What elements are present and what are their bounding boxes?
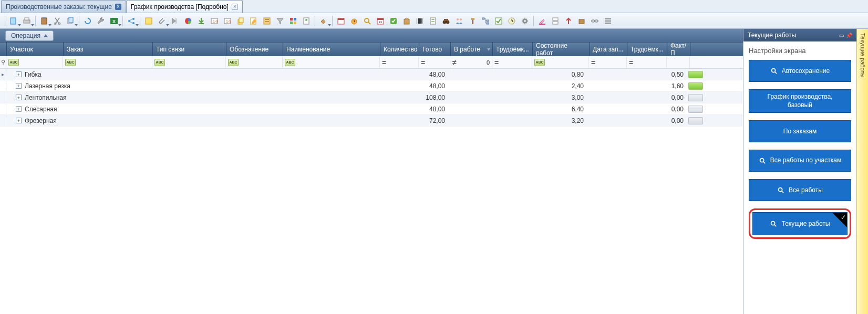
doc-icon[interactable] <box>300 15 313 27</box>
attach-icon[interactable] <box>156 15 168 27</box>
excel-icon[interactable]: X <box>108 15 120 27</box>
pie-chart-icon[interactable] <box>182 15 194 27</box>
edit-icon[interactable] <box>247 15 260 27</box>
qty-cell: 72,00 <box>417 117 449 124</box>
group-row[interactable]: +Слесарная48,006,400,00 <box>0 103 743 115</box>
tree-icon[interactable] <box>479 15 492 27</box>
filter-naim[interactable]: ABC <box>283 56 380 68</box>
barcode-icon[interactable] <box>414 15 426 27</box>
search-icon[interactable] <box>361 15 374 27</box>
download-icon[interactable] <box>195 15 208 27</box>
list-icon[interactable] <box>602 15 614 27</box>
highlight-icon[interactable] <box>536 15 549 27</box>
group-row[interactable]: +Лазерная резка48,002,401,60 <box>0 80 743 92</box>
link-icon[interactable] <box>588 15 601 27</box>
num2-icon[interactable]: 1-9 <box>221 15 234 27</box>
calendar-icon[interactable] <box>335 15 347 27</box>
categories-icon[interactable] <box>287 15 299 27</box>
tool-icon[interactable] <box>317 15 330 27</box>
col-oboznachenie[interactable]: Обозначение <box>226 43 283 56</box>
col-gotovo[interactable]: Готово <box>419 43 451 56</box>
col-kolichestvo[interactable]: Количество <box>380 43 419 56</box>
group-row[interactable]: +Фрезерная72,003,200,00 <box>0 115 743 127</box>
filter-gotovo[interactable]: = <box>419 56 450 68</box>
expand-icon[interactable]: + <box>16 83 22 89</box>
filter-icon[interactable] <box>274 15 286 27</box>
page-break-icon[interactable] <box>549 15 562 27</box>
expand-icon[interactable]: + <box>16 106 22 112</box>
tab-production-schedule[interactable]: График производства [Подробно] × <box>126 0 243 13</box>
col-trudoemk2[interactable]: Трудоёмк... <box>627 43 667 56</box>
arrow-up-icon[interactable] <box>562 15 575 27</box>
package-icon[interactable] <box>400 15 413 27</box>
tab-production-orders[interactable]: Производственные заказы: текущие × <box>1 0 126 13</box>
new-icon[interactable] <box>7 15 20 27</box>
expand-icon[interactable]: + <box>16 71 22 77</box>
calendar2-icon[interactable]: 31 <box>374 15 387 27</box>
clock-icon[interactable] <box>505 15 518 27</box>
btn-all-works[interactable]: Все работы <box>749 179 851 201</box>
col-sostoyanie[interactable]: Состояние работ <box>533 43 590 56</box>
filter-tr2[interactable]: = <box>627 56 667 68</box>
filter-indicator[interactable]: ⚲ <box>0 56 6 68</box>
form-icon[interactable] <box>261 15 273 27</box>
filter-data[interactable]: = <box>589 56 627 68</box>
progress-cell <box>687 71 705 78</box>
share-icon[interactable] <box>125 15 138 27</box>
filter-oboz[interactable]: ABC <box>226 56 283 68</box>
checkbox-icon[interactable] <box>492 15 505 27</box>
refresh-icon[interactable] <box>81 15 94 27</box>
cut-icon[interactable] <box>51 15 64 27</box>
num1-icon[interactable]: 1-9 <box>208 15 221 27</box>
duplicate-icon[interactable] <box>234 15 247 27</box>
timer-icon[interactable] <box>348 15 360 27</box>
close-icon[interactable]: × <box>115 4 121 10</box>
tr2-cell: 0,00 <box>665 117 687 124</box>
tr2-cell: 1,60 <box>665 82 687 90</box>
col-naimenovanie[interactable]: Наименование <box>283 43 380 56</box>
close-icon[interactable]: × <box>232 4 238 10</box>
col-uchastok[interactable]: Участок <box>7 43 64 56</box>
filter-qty[interactable]: = <box>380 56 419 68</box>
hammer-icon[interactable] <box>466 15 479 27</box>
copy-icon[interactable] <box>64 15 77 27</box>
col-tip-svyazi[interactable]: Тип связи <box>153 43 226 56</box>
btn-current-works-selected[interactable]: Текущие работы <box>749 208 851 239</box>
binoculars-icon[interactable] <box>440 15 452 27</box>
filter-fakt[interactable] <box>667 56 690 68</box>
group-row[interactable]: ▸+Гибка48,000,800,50 <box>0 69 743 80</box>
window-icon[interactable]: ▭ <box>839 33 844 38</box>
page-icon[interactable] <box>427 15 439 27</box>
col-data-zap[interactable]: Дата зап... <box>590 43 627 56</box>
equals-icon: = <box>629 58 633 67</box>
col-fakt[interactable]: Факт/П <box>667 43 690 56</box>
check-icon[interactable] <box>387 15 400 27</box>
group-by-operation[interactable]: Операция <box>5 30 54 41</box>
box-icon[interactable] <box>575 15 588 27</box>
btn-schedule-base[interactable]: График производства, базовый <box>749 89 851 113</box>
expand-icon[interactable]: + <box>16 95 22 100</box>
col-trudoemk1[interactable]: Трудоёмк... <box>493 43 533 56</box>
filter-tip[interactable]: ABC <box>152 56 226 68</box>
filter-uchastok[interactable]: ABC <box>6 56 63 68</box>
col-v-rabote[interactable]: В работе <box>451 43 493 56</box>
users-icon[interactable] <box>453 15 466 27</box>
filter-tr1[interactable]: = <box>492 56 532 68</box>
print-icon[interactable] <box>20 15 33 27</box>
group-row[interactable]: +Лентопильная108,003,000,00 <box>0 92 743 103</box>
wrench-icon[interactable] <box>95 15 107 27</box>
btn-all-by-area[interactable]: Все работы по участкам <box>749 150 851 172</box>
gear-icon[interactable] <box>519 15 531 27</box>
skip-icon[interactable] <box>169 15 181 27</box>
filter-sost[interactable]: ABC <box>532 56 589 68</box>
btn-autosave[interactable]: Автосохранение <box>749 60 851 82</box>
note-icon[interactable] <box>142 15 155 27</box>
filter-vrabote[interactable]: ≠0 <box>450 56 492 68</box>
pin-icon[interactable]: 📌 <box>846 33 852 38</box>
expand-icon[interactable]: + <box>16 118 22 123</box>
col-zakaz[interactable]: Заказ <box>64 43 153 56</box>
collapsed-dock-strip[interactable]: Текущие работы <box>856 29 868 314</box>
paste-icon[interactable] <box>38 15 50 27</box>
filter-zakaz[interactable]: ABC <box>63 56 152 68</box>
btn-by-orders[interactable]: По заказам <box>749 120 851 142</box>
